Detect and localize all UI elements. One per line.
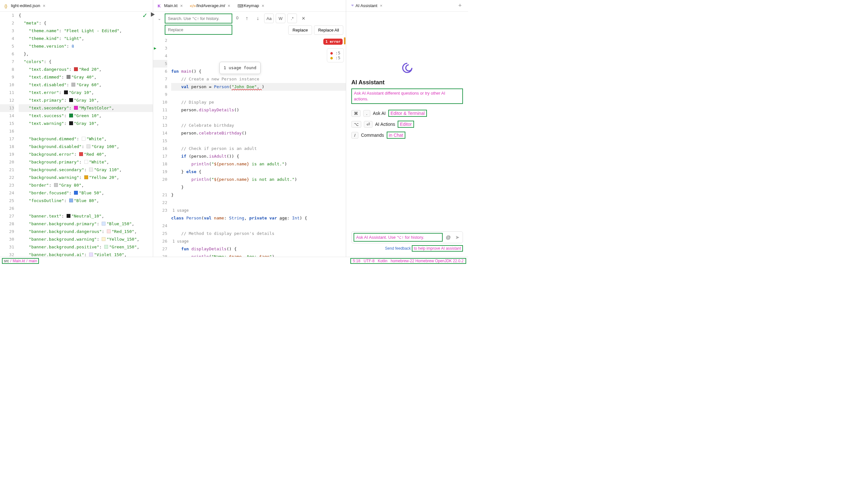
send-icon[interactable]: ➤ xyxy=(454,234,461,240)
inspection-item[interactable]: ● :5 xyxy=(330,55,340,60)
tab-ai-assistant[interactable]: ༄ AI Assistant × xyxy=(349,1,386,10)
tab-filename: Main.kt xyxy=(164,3,178,8)
kt-file-icon: K xyxy=(158,3,162,8)
left-editor[interactable]: 1234567891011121314151617181920212223242… xyxy=(0,11,153,257)
tab-main-kt[interactable]: KMain.kt× xyxy=(154,1,187,10)
replace-all-button[interactable]: Replace All xyxy=(314,25,343,35)
status-item[interactable]: UTF-8 xyxy=(363,259,375,263)
close-icon[interactable]: × xyxy=(379,3,383,8)
replace-input[interactable] xyxy=(165,25,232,35)
ai-hint-row: /Commandsin Chat xyxy=(351,130,463,141)
breadcrumb-segment[interactable]: main xyxy=(29,259,37,263)
tab-filename: light-edited.json xyxy=(11,3,40,8)
breadcrumb-segment[interactable]: src xyxy=(4,259,9,263)
left-tab-bar: {} light-edited.json × xyxy=(0,0,153,11)
mid-tab-bar: KMain.kt×</>findAverage.iml×⌨Keymap× xyxy=(153,0,346,11)
key-chip: / xyxy=(351,132,358,139)
run-gutter-icon[interactable]: ▶ xyxy=(154,45,156,52)
left-gutter: 1234567891011121314151617181920212223242… xyxy=(0,11,19,257)
hint-context: Editor xyxy=(398,121,414,128)
search-input[interactable] xyxy=(165,13,232,24)
hint-label: Commands xyxy=(361,133,384,138)
ai-assistant-pane: ༄ AI Assistant × + AI Assistant Ask AI A… xyxy=(346,0,468,257)
error-count-badge[interactable]: 1 error xyxy=(323,38,342,45)
close-icon[interactable]: × xyxy=(227,3,231,8)
close-icon[interactable]: × xyxy=(180,3,183,8)
left-editor-pane: {} light-edited.json × ✓ 123456789101112… xyxy=(0,0,153,257)
status-item[interactable]: 5:18 xyxy=(353,259,360,263)
replace-row: Replace Replace All xyxy=(153,25,346,37)
add-tab-button[interactable]: + xyxy=(454,0,466,11)
status-right[interactable]: 5:18UTF-8Kotlinhomebrew-22 Homebrew Open… xyxy=(350,258,466,264)
search-replace-bar: ⌄ 0 ↑ ↓ Aa W .* × xyxy=(153,11,346,25)
inspection-item[interactable]: ● :5 xyxy=(330,51,340,55)
left-code[interactable]: { "meta": { "theme.name": "Fleet Light -… xyxy=(19,11,153,257)
tab-filename: findAverage.iml xyxy=(196,3,225,8)
search-count: 0 xyxy=(234,13,240,24)
ai-body: AI Assistant Ask AI Assistant different … xyxy=(346,11,468,257)
mention-icon[interactable]: @ xyxy=(445,235,452,240)
close-icon[interactable]: × xyxy=(42,3,46,8)
breadcrumb-segment[interactable]: / xyxy=(10,259,11,263)
breadcrumb[interactable]: src/Main.kt/main xyxy=(2,258,39,264)
ai-tab-bar: ༄ AI Assistant × + xyxy=(346,0,468,11)
ai-hint-row: ⌥⏎AI ActionsEditor xyxy=(351,119,463,130)
tab-filename: Keymap xyxy=(244,3,259,8)
ai-input[interactable]: Ask AI Assistant. Use ⌥↑ for history. xyxy=(354,233,443,242)
ai-title: AI Assistant xyxy=(351,79,463,86)
ai-tab-label: AI Assistant xyxy=(356,3,378,8)
mid-editor[interactable]: 23▶4567891011121314151617181920 212223 2… xyxy=(153,37,346,257)
tab-findaverage-iml[interactable]: </>findAverage.iml× xyxy=(187,1,234,10)
ai-input-row: Ask AI Assistant. Use ⌥↑ for history. @ … xyxy=(351,231,463,243)
breadcrumb-segment[interactable]: Main.kt xyxy=(12,259,25,263)
key-chip: ⌥ xyxy=(351,121,361,128)
ai-spiral-icon xyxy=(401,62,413,74)
inspection-list[interactable]: ● :5● :5 xyxy=(327,48,344,62)
ai-hints: ⌘.Ask AIEditor & Terminal⌥⏎AI ActionsEdi… xyxy=(351,108,463,141)
usage-hint[interactable]: 1 usage xyxy=(171,237,346,245)
close-search-icon[interactable]: × xyxy=(299,13,308,23)
regex-toggle[interactable]: .* xyxy=(287,13,297,23)
mid-gutter: 23▶4567891011121314151617181920 212223 2… xyxy=(153,37,171,257)
match-case-toggle[interactable]: Aa xyxy=(264,13,274,23)
status-bar: src/Main.kt/main 5:18UTF-8Kotlinhomebrew… xyxy=(0,257,468,264)
keymap-file-icon: ⌨ xyxy=(237,3,242,8)
feedback-suffix: to help improve AI assistant xyxy=(412,245,463,252)
json-file-icon: {} xyxy=(4,3,9,8)
mid-code[interactable]: 1 usage found fun main() { // Create a n… xyxy=(171,37,346,257)
key-chip: ⌘ xyxy=(351,110,361,117)
key-chip: . xyxy=(363,110,370,117)
hint-context: in Chat xyxy=(387,132,406,139)
usage-hint[interactable]: 1 usage xyxy=(171,207,346,214)
close-icon[interactable]: × xyxy=(261,3,265,8)
search-toggle-icon[interactable]: ⌄ xyxy=(156,13,163,24)
mid-editor-pane: KMain.kt×</>findAverage.iml×⌨Keymap× ⌄ 0… xyxy=(153,0,346,257)
ai-spiral-icon: ༄ xyxy=(351,3,354,8)
ai-feedback: Send feedback to help improve AI assista… xyxy=(351,245,463,252)
send-feedback-link[interactable]: Send feedback xyxy=(385,246,411,251)
replace-button[interactable]: Replace xyxy=(288,25,312,35)
iml-file-icon: </> xyxy=(190,3,194,8)
ai-subtitle: Ask AI Assistant different questions or … xyxy=(351,88,463,104)
hint-label: Ask AI xyxy=(373,111,386,116)
search-next-icon[interactable]: ↓ xyxy=(253,13,262,23)
ai-hint-row: ⌘.Ask AIEditor & Terminal xyxy=(351,108,463,119)
whole-word-toggle[interactable]: W xyxy=(276,13,286,23)
search-prev-icon[interactable]: ↑ xyxy=(242,13,251,23)
error-stripe[interactable] xyxy=(344,37,346,257)
key-chip: ⏎ xyxy=(364,121,372,128)
tab-light-edited-json[interactable]: {} light-edited.json × xyxy=(1,1,49,10)
error-marker[interactable] xyxy=(344,37,346,45)
status-item[interactable]: Kotlin xyxy=(378,259,387,263)
tab-keymap[interactable]: ⌨Keymap× xyxy=(234,1,268,10)
status-item[interactable]: homebrew-22 Homebrew OpenJDK 22.0.2 xyxy=(391,259,463,263)
usage-tooltip: 1 usage found xyxy=(219,62,261,74)
hint-label: AI Actions xyxy=(375,122,395,127)
hint-context: Editor & Terminal xyxy=(388,110,427,117)
breadcrumb-segment[interactable]: / xyxy=(26,259,27,263)
